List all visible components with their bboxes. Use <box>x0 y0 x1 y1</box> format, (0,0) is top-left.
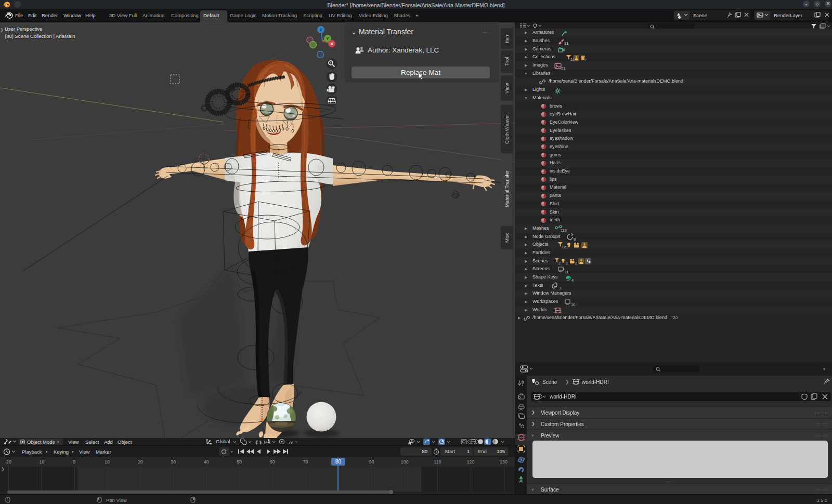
svg-text:X: X <box>330 42 333 46</box>
svg-text:11: 11 <box>565 269 569 273</box>
svg-text:Z: Z <box>320 28 322 32</box>
svg-text:31: 31 <box>564 41 568 45</box>
svg-text:8: 8 <box>574 237 576 241</box>
svg-text:3: 3 <box>559 286 561 290</box>
svg-text:121: 121 <box>562 245 568 249</box>
svg-text:21: 21 <box>562 65 566 70</box>
svg-text:2: 2 <box>566 261 568 265</box>
svg-text:4: 4 <box>571 277 574 282</box>
svg-text:2: 2 <box>558 261 561 265</box>
svg-text:Global: Global <box>216 439 230 444</box>
svg-text:2: 2 <box>575 261 577 265</box>
svg-text:10: 10 <box>571 302 575 306</box>
svg-text:2: 2 <box>584 57 587 61</box>
svg-text:119: 119 <box>561 228 567 232</box>
svg-text:Y: Y <box>326 36 329 41</box>
